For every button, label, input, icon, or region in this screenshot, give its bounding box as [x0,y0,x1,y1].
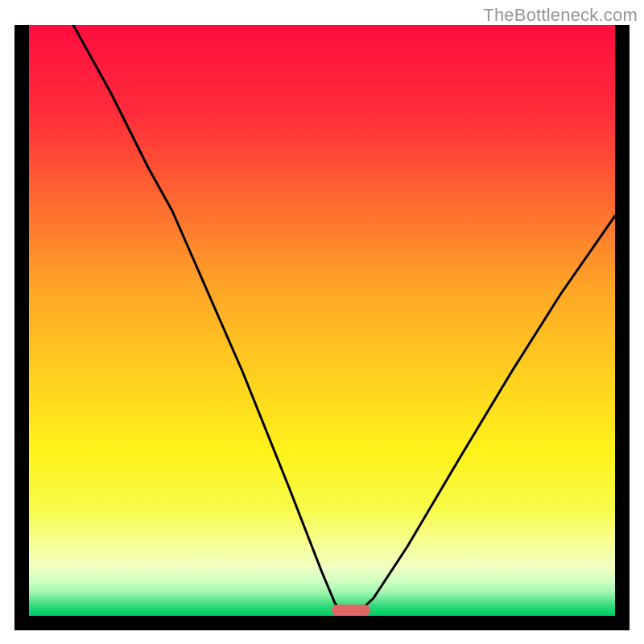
bottleneck-curve [29,25,615,616]
optimum-marker [332,605,370,616]
plot-area [29,25,615,616]
attribution-label: TheBottleneck.com [483,5,638,26]
chart-container: TheBottleneck.com [0,0,644,644]
